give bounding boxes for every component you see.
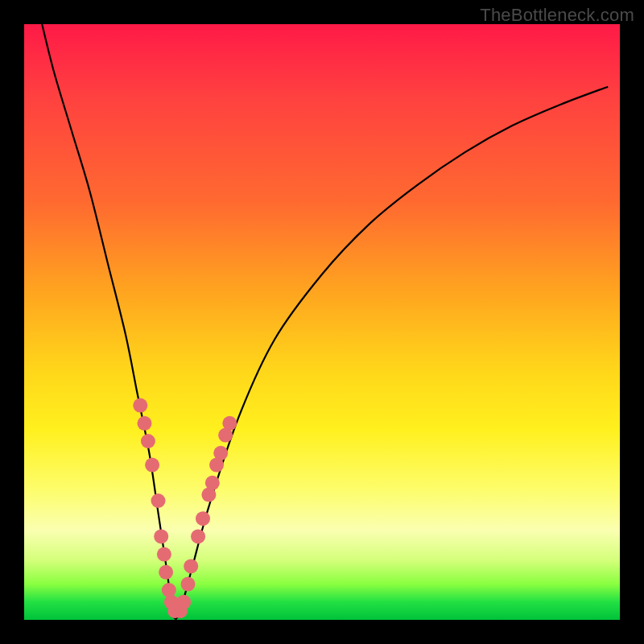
data-marker (159, 565, 173, 580)
data-marker (191, 529, 205, 543)
data-marker (162, 583, 176, 597)
marker-cluster (133, 398, 237, 618)
data-marker (141, 434, 155, 448)
data-marker (133, 398, 147, 413)
data-marker (184, 559, 198, 573)
plot-area (24, 24, 620, 620)
data-marker (157, 547, 171, 562)
data-marker (176, 595, 191, 609)
data-marker (196, 511, 210, 526)
bottleneck-curve (42, 24, 608, 619)
chart-frame: TheBottleneck.com (0, 0, 644, 644)
data-marker (151, 493, 166, 508)
chart-svg (24, 24, 620, 620)
data-marker (181, 577, 196, 592)
data-marker (205, 476, 220, 490)
data-marker (145, 458, 159, 473)
data-marker (154, 529, 168, 543)
data-marker (222, 416, 237, 431)
watermark-text: TheBottleneck.com (480, 5, 634, 26)
data-marker (137, 416, 151, 431)
data-marker (213, 446, 228, 460)
